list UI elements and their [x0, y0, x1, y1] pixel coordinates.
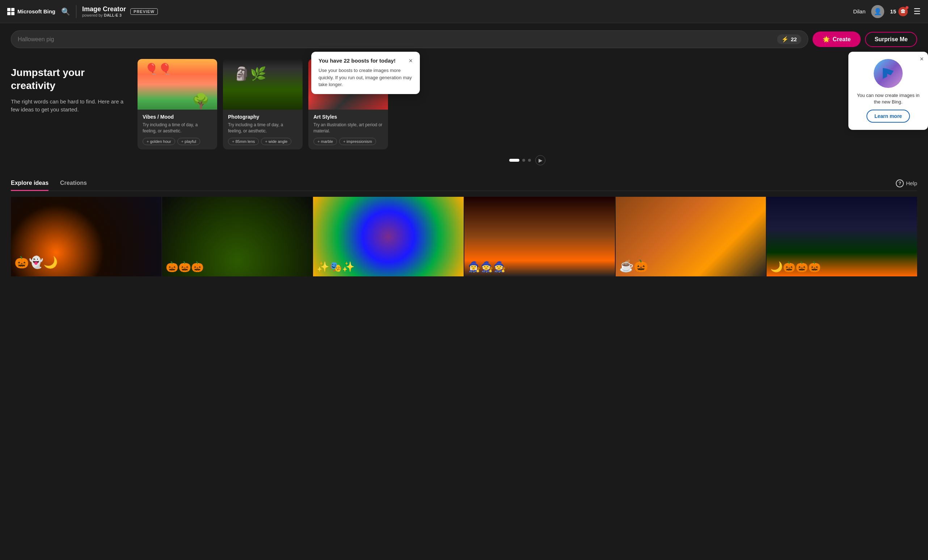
- preview-badge: PREVIEW: [130, 8, 158, 15]
- logo-area[interactable]: Microsoft Bing: [7, 8, 55, 15]
- create-icon: 🌟: [823, 36, 830, 43]
- photography-card-desc: Try including a time of day, a feeling, …: [228, 122, 298, 134]
- bing-panel: × You can now create images in the new B…: [849, 52, 928, 130]
- carousel-dot-3[interactable]: [528, 159, 531, 162]
- vibes-card-title: Vibes / Mood: [143, 114, 212, 120]
- vibes-tag-2[interactable]: playful: [177, 138, 200, 145]
- photography-card-title: Photography: [228, 114, 298, 120]
- avatar[interactable]: 👤: [871, 5, 884, 18]
- surprise-me-button[interactable]: Surprise Me: [865, 32, 917, 47]
- bing-logo-icon: [874, 59, 903, 88]
- photo-tag-1[interactable]: 85mm lens: [228, 138, 259, 145]
- header-divider: [76, 5, 76, 18]
- boost-counter: 15 🏚: [890, 7, 908, 16]
- tabs-bar: Explore ideas Creations ? Help: [11, 176, 917, 191]
- vibes-card-image: [137, 59, 217, 110]
- hamburger-menu-icon[interactable]: ☰: [914, 7, 921, 16]
- main-content: Jumpstart your creativity The right word…: [0, 52, 928, 173]
- photography-card[interactable]: Photography Try including a time of day,…: [223, 59, 302, 149]
- art-tag-1[interactable]: marble: [313, 138, 337, 145]
- image-grid: [0, 191, 928, 282]
- help-label: Help: [906, 180, 917, 186]
- boost-tooltip-body: Use your boosts to create images more qu…: [319, 67, 413, 88]
- jumpstart-title: Jumpstart your creativity: [11, 66, 127, 93]
- header-right: Dilan 👤 15 🏚 ☰: [853, 5, 921, 18]
- microsoft-logo-icon: [7, 8, 14, 15]
- photo-tag-2[interactable]: wide angle: [261, 138, 292, 145]
- learn-more-button[interactable]: Learn more: [867, 110, 910, 123]
- grid-item-1[interactable]: [11, 197, 162, 276]
- app-subtitle: powered by DALL·E 3: [82, 13, 126, 17]
- boost-count: 15: [890, 8, 896, 14]
- vibes-card-tags: golden hour playful: [143, 138, 212, 145]
- boost-tooltip-header: You have 22 boosts for today! ×: [319, 58, 413, 64]
- carousel-dot-1[interactable]: [509, 159, 519, 162]
- grid-item-6[interactable]: [766, 197, 917, 276]
- vibes-card-body: Vibes / Mood Try including a time of day…: [137, 110, 217, 149]
- boost-pill: ⚡ 22: [777, 34, 801, 44]
- create-label: Create: [833, 36, 851, 43]
- grid-item-2[interactable]: [162, 197, 313, 276]
- art-tag-2[interactable]: impressionism: [339, 138, 376, 145]
- grid-item-3[interactable]: [313, 197, 464, 276]
- search-bar: ⚡ 22: [11, 30, 808, 48]
- help-link[interactable]: ? Help: [896, 180, 917, 187]
- bing-panel-text: You can now create images in the new Bin…: [856, 92, 921, 105]
- photography-card-body: Photography Try including a time of day,…: [223, 110, 302, 149]
- logo-text: Microsoft Bing: [17, 8, 55, 14]
- app-title: Image Creator: [82, 5, 126, 14]
- boost-number: 22: [791, 36, 797, 42]
- photography-card-tags: 85mm lens wide angle: [228, 138, 298, 145]
- boost-notification-icon[interactable]: 🏚: [898, 7, 908, 16]
- carousel-dots: ▶: [137, 155, 917, 165]
- notification-dot: [905, 6, 908, 9]
- photography-card-image: [223, 59, 302, 110]
- help-circle-icon: ?: [896, 180, 904, 187]
- header: Microsoft Bing 🔍 Image Creator powered b…: [0, 0, 928, 23]
- tab-creations[interactable]: Creations: [60, 176, 87, 191]
- grid-item-5[interactable]: [616, 197, 766, 276]
- title-block: Image Creator powered by DALL·E 3: [82, 5, 126, 18]
- art-card-body: Art Styles Try an illustration style, ar…: [308, 110, 388, 149]
- jumpstart-description: The right words can be hard to find. Her…: [11, 98, 127, 114]
- tab-explore-ideas[interactable]: Explore ideas: [11, 176, 49, 191]
- jumpstart-section: Jumpstart your creativity The right word…: [11, 59, 127, 165]
- vibes-card[interactable]: Vibes / Mood Try including a time of day…: [137, 59, 217, 149]
- boost-tooltip-close-button[interactable]: ×: [409, 58, 413, 64]
- cards-section: Vibes / Mood Try including a time of day…: [137, 59, 917, 165]
- art-card-desc: Try an illustration style, art period or…: [313, 122, 383, 134]
- vibes-card-desc: Try including a time of day, a feeling, …: [143, 122, 212, 134]
- vibes-tag-1[interactable]: golden hour: [143, 138, 175, 145]
- create-button[interactable]: 🌟 Create: [812, 32, 861, 47]
- search-section: ⚡ 22 🌟 Create Surprise Me: [0, 23, 928, 52]
- boost-tooltip-title: You have 22 boosts for today!: [319, 58, 395, 64]
- cards-row: Vibes / Mood Try including a time of day…: [137, 59, 917, 149]
- art-card-tags: marble impressionism: [313, 138, 383, 145]
- boost-tooltip: You have 22 boosts for today! × Use your…: [311, 52, 420, 94]
- carousel-next-button[interactable]: ▶: [535, 155, 545, 165]
- user-name: Dilan: [853, 8, 865, 14]
- dalle-brand: DALL·E 3: [104, 13, 122, 17]
- carousel-dot-2[interactable]: [522, 159, 525, 162]
- lightning-icon: ⚡: [781, 36, 789, 43]
- search-input[interactable]: [18, 36, 774, 43]
- bing-panel-close-button[interactable]: ×: [920, 55, 923, 63]
- tabs-section: Explore ideas Creations ? Help: [0, 173, 928, 191]
- search-icon[interactable]: 🔍: [61, 7, 70, 16]
- art-card-title: Art Styles: [313, 114, 383, 120]
- grid-item-4[interactable]: [464, 197, 615, 276]
